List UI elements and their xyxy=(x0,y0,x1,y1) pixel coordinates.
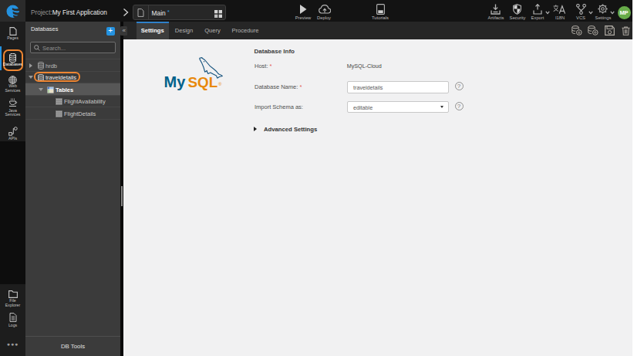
svg-text:My: My xyxy=(164,73,187,90)
svg-text:®: ® xyxy=(218,82,222,86)
svg-text:SQL: SQL xyxy=(188,74,218,90)
